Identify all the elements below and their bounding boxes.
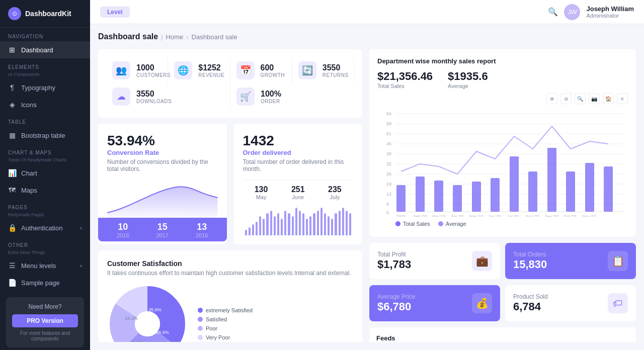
left-column: 👥 1000 CUSTOMERS 🌐 $1252 REVENUE [98,49,362,342]
bar-mini [335,213,337,235]
svg-text:51: 51 [386,131,391,136]
chart-ctrl-6[interactable]: ≡ [617,93,628,104]
legend-dot [198,326,203,331]
bar-mini [259,216,261,236]
bar-mini [302,213,304,235]
total-orders-value: 15,830 [513,258,547,271]
orders-months: 130 May 251 June 235 July [243,180,354,200]
customers-label: CUSTOMERS [136,72,171,78]
product-sold-value: 6,784 [513,300,548,313]
svg-text:45: 45 [386,141,391,146]
chart-maps-sublabel: Tones Of Readymade Charts [0,157,90,164]
svg-text:Sep '03: Sep '03 [545,214,558,217]
pro-version-button[interactable]: PRO Version [12,314,78,327]
date-item-2: 13 2016 [196,222,208,238]
bar-mini [320,208,323,235]
breadcrumb-home[interactable]: Home [166,33,184,41]
date-item-1: 15 2017 [156,222,169,238]
chart-ctrl-4[interactable]: 📷 [589,93,600,104]
svg-text:May '03: May '03 [469,214,484,217]
svg-text:13: 13 [386,192,391,197]
stat-boxes-row: Total Profit $1,783 💼 Total Orders 15,83… [369,243,636,279]
level-button[interactable]: Level [100,7,130,18]
svg-text:32: 32 [386,161,391,166]
svg-text:Aug '03: Aug '03 [526,214,539,217]
total-orders-box: Total Orders 15,830 📋 [505,243,636,279]
sidebar-item-label: Sample page [21,279,60,287]
average-stat: $1935.6 Average [448,70,488,89]
pro-subtitle: For more features and components [12,330,78,341]
bar-mini [249,227,251,236]
legend-poor: Poor [198,325,253,331]
breadcrumb-current: Dashboard sale [192,33,237,41]
maps-icon: 🗺 [8,186,16,194]
page-title: Dashboard sale [98,32,158,41]
svg-text:0: 0 [386,210,389,215]
bar-mini [349,213,351,235]
stat-boxes-row2: Average Price $6,780 💰 Product Sold 6,78… [369,285,636,321]
svg-text:26: 26 [386,171,391,177]
svg-rect-31 [396,185,406,212]
chart-ctrl-5[interactable]: 🏠 [603,93,614,104]
total-profit-label: Total Profit [377,251,411,258]
chart-ctrl-1[interactable]: ⊕ [546,93,557,104]
orders-bar-chart [243,205,354,235]
search-icon[interactable]: 🔍 [548,7,558,17]
svg-rect-33 [434,181,443,212]
main-columns: 👥 1000 CUSTOMERS 🌐 $1252 REVENUE [98,49,636,342]
chart-ctrl-2[interactable]: ⊖ [560,93,572,104]
sidebar: ⊙ DashboardKit NAVIGATION ⊞ Dashboard EL… [0,0,90,350]
total-profit-value: $1,783 [377,258,411,271]
customers-value: 1000 [136,63,171,72]
user-role: Administrator [586,13,634,19]
product-sold-box: Product Sold 6,784 🏷 [505,285,636,321]
bar-mini [245,230,247,235]
returns-icon: 🔄 [298,61,316,79]
revenue-icon: 🌐 [174,61,192,79]
bar-mini [331,219,333,235]
downloads-label: DOWNLOADS [136,99,172,104]
svg-text:58: 58 [386,121,391,126]
svg-text:Apr '03: Apr '03 [451,214,464,217]
orders-label: Order delivered [243,149,354,156]
sidebar-item-label: Maps [21,187,37,194]
total-orders-label: Total Orders [513,251,547,258]
svg-text:Jul '03: Jul '03 [507,214,519,217]
svg-rect-32 [416,177,425,212]
sidebar-item-typography[interactable]: ¶ Typography [0,79,90,96]
conversion-card: 53.94% Conversion Rate Number of convers… [98,124,227,244]
revenue-value: $1252 [198,63,224,72]
svg-rect-39 [547,148,556,212]
bar-mini [256,222,258,236]
svg-text:Oct '03: Oct '03 [564,214,577,217]
bar-mini [277,213,279,235]
logo-text: DashboardKit [25,10,71,18]
sidebar-item-bootstrap-table[interactable]: ▦ Bootstrap table [0,127,90,144]
chart-controls: ⊕ ⊖ 🔍 📷 🏠 ≡ [377,93,628,104]
svg-rect-40 [566,171,575,212]
dashboard-icon: ⊞ [8,46,16,54]
conversion-value: 53.94% [107,133,218,149]
sales-numbers: $21,356.46 Total Sales $1935.6 Average [377,70,628,89]
orders-card: 1432 Order delivered Total number of ord… [234,124,363,244]
chart-ctrl-3[interactable]: 🔍 [575,93,586,104]
svg-text:64: 64 [386,111,391,116]
legend-dot [198,317,203,322]
sidebar-item-menu-levels[interactable]: ☰ Menu levels › [0,257,90,274]
sidebar-item-maps[interactable]: 🗺 Maps [0,182,90,199]
bar-mini [346,211,348,236]
sidebar-item-icons[interactable]: ◈ Icons [0,96,90,113]
feeds-title: Feeds [376,334,629,342]
bar-mini [263,219,265,235]
sidebar-item-sample-page[interactable]: 📄 Sample page [0,274,90,291]
page: Dashboard sale | Home › Dashboard sale 👥… [90,24,644,350]
sidebar-item-authentication[interactable]: 🔒 Authentication › [0,219,90,236]
sidebar-item-chart[interactable]: 📊 Chart [0,164,90,182]
svg-rect-41 [585,163,594,212]
customers-icon: 👥 [112,61,130,79]
conversion-chart [107,178,218,218]
legend-total-sales: Total Sales [395,221,430,227]
svg-rect-36 [491,178,500,212]
sidebar-item-dashboard[interactable]: ⊞ Dashboard [0,41,90,58]
stat-customers: 👥 1000 CUSTOMERS [106,57,168,83]
